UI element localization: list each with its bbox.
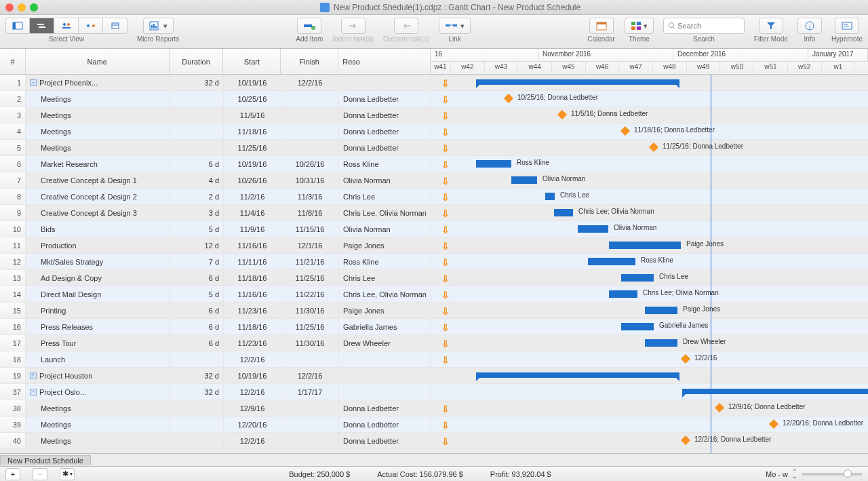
table-row[interactable]: 1-Project Phoenix...32 d10/19/1612/2/16⇩	[0, 75, 868, 91]
close-window-icon[interactable]	[5, 3, 14, 12]
milestone-marker[interactable]	[649, 142, 658, 152]
col-finish[interactable]: Finish	[281, 49, 338, 74]
micro-reports-label: Micro Reports	[137, 35, 179, 43]
table-row[interactable]: 37-Project Oslo...32 d12/2/161/17/17	[0, 384, 868, 400]
document-icon	[320, 3, 330, 12]
info-button[interactable]: i	[797, 18, 822, 34]
task-bar[interactable]	[609, 242, 681, 249]
task-bar[interactable]	[511, 176, 537, 184]
milestone-marker[interactable]	[620, 126, 630, 136]
task-bar[interactable]	[476, 160, 511, 168]
zoom-control[interactable]: Mo - w ⌃⌄	[766, 469, 863, 479]
milestone-label: 10/25/16; Donna Ledbetter	[517, 94, 598, 101]
milestone-marker[interactable]	[504, 94, 513, 103]
col-start[interactable]: Start	[223, 49, 281, 74]
table-row[interactable]: 10Bids5 d11/9/1611/15/16Olivia Norman⇩Ol…	[0, 221, 868, 237]
table-row[interactable]: 8Creative Concept & Design 22 d11/2/1611…	[0, 189, 868, 205]
indent-task-button[interactable]	[341, 18, 366, 34]
table-row[interactable]: 5Meetings11/25/16Donna Ledbetter⇩11/25/1…	[0, 140, 868, 156]
milestone-marker[interactable]	[681, 436, 690, 445]
milestone-marker[interactable]	[557, 110, 567, 119]
task-bar[interactable]	[588, 258, 635, 265]
task-bar-label: Chris Lee; Olivia Norman	[643, 289, 719, 296]
theme-button[interactable]: ▾	[625, 18, 654, 34]
table-row[interactable]: 3Meetings11/5/16Donna Ledbetter⇩11/5/16;…	[0, 107, 868, 123]
calendar-button[interactable]	[589, 18, 614, 34]
summary-bar[interactable]	[476, 372, 679, 378]
dependency-arrow-icon: ⇩	[441, 111, 450, 121]
table-row[interactable]: 13Ad Design & Copy6 d11/18/1611/25/16Chr…	[0, 270, 868, 286]
table-row[interactable]: 4Meetings11/18/16Donna Ledbetter⇩11/18/1…	[0, 123, 868, 140]
view-mode-4-button[interactable]	[79, 18, 103, 34]
task-bar[interactable]	[621, 274, 654, 282]
expand-toggle[interactable]: -	[30, 389, 37, 396]
view-mode-5-button[interactable]	[103, 18, 127, 34]
dependency-arrow-icon: ⇩	[441, 241, 450, 252]
table-row[interactable]: 6Market Research6 d10/19/1610/26/16Ross …	[0, 156, 868, 172]
search-input[interactable]	[663, 18, 745, 34]
task-bar-label: Chris Lee; Olivia Norman	[578, 208, 654, 215]
table-row[interactable]: 17Press Tour6 d11/23/1611/30/16Drew Whee…	[0, 335, 868, 351]
milestone-marker[interactable]	[769, 419, 778, 429]
window-title-text: New Product Shedule(1).cdpz : Gantt Char…	[334, 3, 580, 12]
table-row[interactable]: 15Printing6 d11/23/1611/30/16Paige Jones…	[0, 303, 868, 319]
table-row[interactable]: 2Meetings10/25/16Donna Ledbetter⇩10/25/1…	[0, 91, 868, 107]
table-row[interactable]: 19+Project Houston32 d10/19/1612/2/16	[0, 368, 868, 384]
task-bar[interactable]	[645, 339, 677, 347]
table-row[interactable]: 14Direct Mail Design5 d11/16/1611/22/16C…	[0, 286, 868, 303]
milestone-label: 11/25/16; Donna Ledbetter	[663, 142, 743, 150]
table-row[interactable]: 9Creative Concept & Design 33 d11/4/1611…	[0, 205, 868, 221]
view-mode-3-button[interactable]	[54, 18, 79, 34]
svg-point-4	[63, 23, 66, 26]
outdent-task-button[interactable]	[394, 18, 418, 34]
view-mode-1-button[interactable]	[5, 18, 30, 34]
sheet-tab[interactable]: New Product Schedule	[0, 455, 91, 465]
table-row[interactable]: 12Mkt/Sales Strategy7 d11/11/1611/21/16R…	[0, 254, 868, 270]
svg-point-8	[92, 24, 95, 27]
table-row[interactable]: 7Creative Concept & Design 14 d10/26/161…	[0, 172, 868, 189]
expand-toggle[interactable]: +	[30, 372, 37, 379]
gantt-grid: 1-Project Phoenix...32 d10/19/1612/2/16⇩…	[0, 75, 868, 453]
timeline-header[interactable]: 16November 2016December 2016January 2017…	[431, 49, 868, 74]
summary-bar[interactable]	[476, 79, 679, 85]
zoom-slider[interactable]	[802, 473, 863, 476]
hypernote-button[interactable]	[835, 18, 859, 34]
task-bar-label: Paige Jones	[683, 305, 720, 313]
settings-button[interactable]: ✱▾	[60, 468, 75, 480]
filter-button[interactable]	[759, 18, 783, 34]
add-row-button[interactable]: +	[5, 468, 20, 480]
view-mode-2-button[interactable]	[30, 18, 54, 34]
table-row[interactable]: 18Launch12/2/16⇩12/2/16	[0, 351, 868, 368]
dependency-arrow-icon: ⇩	[441, 420, 450, 431]
remove-row-button[interactable]: −	[33, 468, 47, 480]
milestone-marker[interactable]	[681, 354, 690, 364]
minimize-window-icon[interactable]	[18, 3, 26, 12]
task-bar[interactable]	[578, 225, 608, 233]
search-icon	[668, 22, 675, 30]
task-bar[interactable]	[645, 307, 677, 314]
table-row[interactable]: 40Meetings12/2/16Donna Ledbetter⇩12/2/16…	[0, 433, 868, 449]
task-bar[interactable]	[554, 209, 573, 216]
task-bar-label: Paige Jones	[686, 240, 724, 248]
micro-reports-button[interactable]: ▾	[143, 18, 174, 34]
table-row[interactable]: 39Meetings12/20/16Donna Ledbetter⇩12/20/…	[0, 417, 868, 433]
table-row[interactable]: 16Press Releases6 d11/18/1611/25/16Gabri…	[0, 319, 868, 335]
task-bar[interactable]	[545, 193, 555, 200]
expand-toggle[interactable]: -	[30, 79, 37, 86]
status-profit: Profit: 93,920.04 $	[490, 470, 551, 478]
col-resources[interactable]: Reso	[338, 49, 431, 74]
col-duration[interactable]: Duration	[170, 49, 224, 74]
col-num[interactable]: #	[0, 49, 26, 74]
table-row[interactable]: 38Meetings12/9/16Donna Ledbetter⇩12/9/16…	[0, 400, 868, 417]
window-title: New Product Shedule(1).cdpz : Gantt Char…	[38, 3, 863, 12]
task-bar[interactable]	[621, 323, 654, 330]
col-name[interactable]: Name	[26, 49, 170, 74]
link-button[interactable]: ▾	[439, 18, 471, 34]
task-bar[interactable]	[609, 290, 637, 298]
link-label: Link	[449, 35, 461, 43]
maximize-window-icon[interactable]	[30, 3, 38, 12]
add-item-button[interactable]: +	[297, 18, 321, 34]
table-row[interactable]: 11Production12 d11/16/1612/1/16Paige Jon…	[0, 237, 868, 254]
milestone-marker[interactable]	[715, 403, 724, 412]
zoom-stepper[interactable]: ⌃⌄	[792, 469, 797, 479]
